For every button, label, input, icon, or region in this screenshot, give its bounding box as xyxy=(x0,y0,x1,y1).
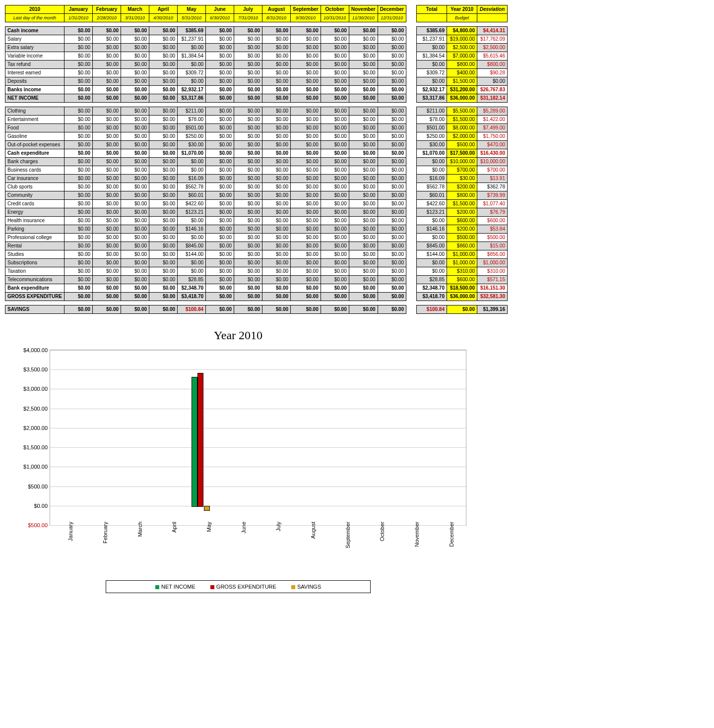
cell: $0.00 xyxy=(178,44,206,52)
cell: $0.00 xyxy=(321,61,349,69)
cell: $0.00 xyxy=(262,166,291,175)
cell: $0.00 xyxy=(93,149,121,158)
total-cell: $60.01 xyxy=(416,191,447,200)
dev-cell: $53.84 xyxy=(477,225,507,234)
cell: $0.00 xyxy=(321,234,349,242)
cell: $0.00 xyxy=(121,259,149,267)
cell: $0.00 xyxy=(349,27,378,35)
budget-cell: $600.00 xyxy=(447,276,477,284)
cell: $0.00 xyxy=(206,208,234,217)
cell: $0.00 xyxy=(378,166,406,175)
total-cell: $2,348.70 xyxy=(416,284,447,293)
cell: $211.00 xyxy=(178,107,206,116)
date-header: 8/31/2010 xyxy=(262,14,291,22)
cell: $0.00 xyxy=(234,27,262,35)
row-label: Clothing xyxy=(5,107,65,116)
cell: $0.00 xyxy=(206,259,234,267)
table-row: Out-of-pocket expenses$0.00$0.00$0.00$0.… xyxy=(5,141,406,149)
cell: $0.00 xyxy=(349,183,378,191)
cell: $0.00 xyxy=(149,225,178,234)
cell: $3,317.86 xyxy=(178,94,206,103)
cell: $0.00 xyxy=(262,242,291,250)
chart-title: Year 2010 xyxy=(5,329,471,342)
cell: $0.00 xyxy=(149,259,178,267)
cell: $0.00 xyxy=(65,276,93,284)
cell: $0.00 xyxy=(149,77,178,86)
total-cell: $1,070.00 xyxy=(416,149,447,158)
cell: $0.00 xyxy=(321,293,349,301)
budget-cell: $36,000.00 xyxy=(447,94,477,103)
cell: $0.00 xyxy=(291,191,321,200)
cell: $0.00 xyxy=(206,217,234,225)
cell: $0.00 xyxy=(121,191,149,200)
cell: $1,070.00 xyxy=(178,149,206,158)
month-header: November xyxy=(349,5,378,14)
cell: $0.00 xyxy=(206,141,234,149)
cell: $0.00 xyxy=(178,259,206,267)
cell: $845.00 xyxy=(178,242,206,250)
cell: $0.00 xyxy=(378,27,406,35)
cell: $0.00 xyxy=(149,242,178,250)
dev-cell: $13.91 xyxy=(477,175,507,183)
cell: $0.00 xyxy=(234,191,262,200)
table-row: Salary$0.00$0.00$0.00$0.00$1,237.91$0.00… xyxy=(5,35,406,44)
cell: $0.00 xyxy=(291,77,321,86)
cell: $0.00 xyxy=(321,141,349,149)
date-header: 5/31/2010 xyxy=(178,14,206,22)
x-tick-label: May xyxy=(206,522,212,532)
cell: $0.00 xyxy=(65,35,93,44)
cell: $0.00 xyxy=(93,44,121,52)
cell: $0.00 xyxy=(149,183,178,191)
totals-row: $0.00$10,000.00$10,000.00 xyxy=(416,158,507,166)
cell: $0.00 xyxy=(291,183,321,191)
cell: $0.00 xyxy=(121,158,149,166)
cell: $0.00 xyxy=(178,166,206,175)
totals-row: $0.00$1,000.00$1,000.00 xyxy=(416,259,507,267)
table-row: Credit cards$0.00$0.00$0.00$0.00$422.60$… xyxy=(5,200,406,208)
budget-sub: Budget xyxy=(447,14,477,22)
cell: $0.00 xyxy=(262,35,291,44)
cell: $0.00 xyxy=(234,267,262,276)
cell: $0.00 xyxy=(206,69,234,77)
budget-cell: $17,500.00 xyxy=(447,149,477,158)
cell: $0.00 xyxy=(65,69,93,77)
budget-cell: $200.00 xyxy=(447,208,477,217)
totals-row: $60.01$800.00$739.99 xyxy=(416,191,507,200)
cell: $0.00 xyxy=(321,166,349,175)
cell: $0.00 xyxy=(149,191,178,200)
legend-swatch xyxy=(155,585,159,589)
totals-row: $0.00$600.00$600.00 xyxy=(416,217,507,225)
y-tick-label: $2,000.00 xyxy=(15,425,48,431)
budget-cell: $0.00 xyxy=(447,305,477,314)
cell: $0.00 xyxy=(234,276,262,284)
cell: $0.00 xyxy=(262,175,291,183)
totals-row: $501.00$8,000.00$7,499.00 xyxy=(416,124,507,132)
total-cell: $144.00 xyxy=(416,250,447,259)
totals-row: $100.84$0.00$1,399.16 xyxy=(416,305,507,314)
table-row: Health insurance$0.00$0.00$0.00$0.00$0.0… xyxy=(5,217,406,225)
table-row: Parking$0.00$0.00$0.00$0.00$146.16$0.00$… xyxy=(5,225,406,234)
totals-row: $211.00$5,500.00$5,289.00 xyxy=(416,107,507,116)
cell: $0.00 xyxy=(291,52,321,61)
cell: $0.00 xyxy=(65,116,93,124)
cell: $0.00 xyxy=(93,94,121,103)
budget-cell: $500.00 xyxy=(447,141,477,149)
cell: $0.00 xyxy=(234,225,262,234)
row-label: Parking xyxy=(5,225,65,234)
total-cell: $3,317.86 xyxy=(416,94,447,103)
cell: $0.00 xyxy=(121,116,149,124)
chart-plot-area: $500.00$0.00$500.00$1,000.00$1,500.00$2,… xyxy=(50,350,466,526)
cell: $0.00 xyxy=(206,35,234,44)
budget-cell: $4,800.00 xyxy=(447,27,477,35)
cell: $0.00 xyxy=(291,166,321,175)
dev-cell: $700.00 xyxy=(477,166,507,175)
cell: $0.00 xyxy=(206,52,234,61)
table-row: GROSS EXPENDITURE$0.00$0.00$0.00$0.00$3,… xyxy=(5,293,406,301)
cell: $0.00 xyxy=(321,124,349,132)
total-cell: $0.00 xyxy=(416,259,447,267)
cell: $0.00 xyxy=(234,208,262,217)
chart-legend: NET INCOMEGROSS EXPENDITURESAVINGS xyxy=(106,580,371,593)
cell: $0.00 xyxy=(121,225,149,234)
cell: $0.00 xyxy=(149,293,178,301)
cell: $0.00 xyxy=(206,27,234,35)
